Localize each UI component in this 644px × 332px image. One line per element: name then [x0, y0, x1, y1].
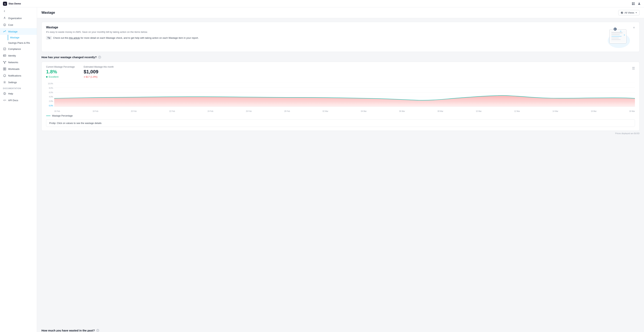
svg-point-24 [4, 82, 5, 83]
legend-line [46, 116, 50, 116]
svg-rect-22 [3, 69, 4, 70]
sidebar-item-label: Compliance [8, 48, 21, 50]
section-info-icon[interactable]: ⓘ [98, 56, 101, 59]
sidebar-item-label: Help [8, 92, 13, 95]
all-views-button[interactable]: All Views [618, 10, 640, 15]
y-label-3: 4.0% [46, 96, 54, 98]
bottom-section-info-icon[interactable]: ⓘ [96, 329, 99, 332]
svg-rect-20 [3, 68, 4, 69]
page-header: Wastage All Views [37, 8, 644, 18]
current-wastage-block: Current Wastage Percentage 1.8% Excellen… [46, 66, 75, 78]
svg-point-12 [4, 55, 4, 56]
topbar-icons [632, 2, 641, 6]
sidebar-item-wastage-sub[interactable]: Wastage [8, 35, 37, 40]
x-label-1: 18 Feb [92, 110, 98, 112]
x-label-9: 06 Mar [399, 110, 405, 112]
svg-text:S: S [4, 3, 6, 5]
sidebar-item-settings[interactable]: Settings [0, 79, 37, 86]
excellent-label: Excellent [49, 75, 58, 78]
svg-rect-21 [5, 68, 6, 69]
y-label-2: 6.0% [46, 92, 54, 94]
sidebar-item-compliance[interactable]: Compliance [0, 46, 37, 52]
protip-text: Protip: Click on values to see the wasta… [49, 122, 102, 124]
sidebar-sub-label: Savings Plans & RIs [8, 42, 30, 44]
org-icon [3, 17, 6, 20]
help-icon [3, 92, 6, 95]
x-label-13: 14 Mar [552, 110, 558, 112]
sidebar-toggle[interactable] [0, 8, 37, 15]
topbar: S Stax Demo [0, 0, 644, 8]
svg-line-17 [4, 62, 4, 62]
svg-point-39 [620, 31, 622, 32]
sidebar-item-label: Identity [8, 54, 16, 57]
legend-label: Wastage Percentage [52, 114, 73, 117]
api-icon [3, 99, 6, 102]
chevron-down-icon [635, 12, 637, 14]
x-label-10: 08 Mar [438, 110, 443, 112]
wastage-icon [3, 30, 6, 33]
sidebar-item-cost[interactable]: $ Cost [0, 22, 37, 28]
identity-icon [3, 54, 6, 57]
close-banner-button[interactable]: × [633, 26, 635, 30]
increase-badge: $17 (1.8%) [84, 75, 114, 78]
svg-rect-5 [634, 4, 634, 5]
x-label-4: 24 Feb [208, 110, 213, 112]
doc-section-label: DOCUMENTATION [0, 86, 37, 90]
settings-icon [3, 81, 6, 84]
views-icon [621, 12, 623, 14]
tip-text: Check out this this article for more det… [53, 36, 198, 40]
sidebar-item-identity[interactable]: Identity [0, 52, 37, 59]
bottom-section-title: How much you have wasted in the past? ⓘ [42, 329, 640, 332]
wastage-chart[interactable]: 10.0% 8.0% 6.0% 4.0% 2.0% 0.0% [46, 83, 635, 112]
x-label-15: 18 Mar [629, 110, 635, 112]
sidebar-item-wastage[interactable]: Wastage [0, 28, 37, 35]
chart-menu-icon[interactable]: ☰ [632, 66, 635, 70]
section-title-text: How has your wastage changed recently? [42, 56, 96, 59]
app-name: Stax Demo [8, 2, 630, 5]
stats-card: Current Wastage Percentage 1.8% Excellen… [42, 62, 640, 131]
svg-point-7 [4, 17, 5, 18]
sidebar-item-api-docs[interactable]: API Docs [0, 97, 37, 104]
sidebar-item-organization[interactable]: Organization [0, 15, 37, 22]
sidebar-sub-label: Wastage [10, 36, 20, 39]
user-icon[interactable] [637, 2, 641, 6]
svg-rect-37 [614, 28, 615, 30]
svg-rect-34 [612, 38, 619, 38]
chart-x-labels: 16 Feb 18 Feb 20 Feb 22 Feb 24 Feb 26 Fe… [54, 107, 635, 112]
y-label-5: 0.0% [46, 105, 54, 107]
y-label-4: 2.0% [46, 100, 54, 102]
x-label-8: 04 Mar [361, 110, 366, 112]
app-body: Organization $ Cost Wastage [0, 8, 644, 332]
grid-icon[interactable] [632, 2, 635, 6]
bottom-title-text: How much you have wasted in the past? [42, 329, 95, 332]
sidebar-item-savings-plans[interactable]: Savings Plans & RIs [8, 40, 37, 46]
x-label-3: 22 Feb [169, 110, 175, 112]
estimated-wastage-block: Estimated Wastage this month $1,009 $17 … [84, 66, 114, 78]
tip-article-link[interactable]: this article [69, 37, 80, 39]
current-wastage-label: Current Wastage Percentage [46, 66, 75, 68]
svg-line-18 [5, 62, 6, 62]
workloads-icon [3, 67, 6, 71]
sidebar-item-notifications[interactable]: Notifications [0, 72, 37, 79]
sidebar-item-help[interactable]: Help [0, 90, 37, 97]
estimated-wastage-value: $1,009 [84, 69, 114, 75]
chart-y-labels: 10.0% 8.0% 6.0% 4.0% 2.0% 0.0% [46, 83, 54, 107]
sidebar-item-workloads[interactable]: Workloads [0, 66, 37, 72]
chart-legend: Wastage Percentage [46, 114, 635, 117]
excellent-dot [46, 76, 48, 78]
bottom-section: How much you have wasted in the past? ⓘ [37, 326, 644, 332]
sidebar-item-label: Wastage [8, 30, 18, 33]
prices-note: Prices displayed are $USD [42, 131, 640, 135]
x-label-6: 28 Feb [284, 110, 290, 112]
info-banner-description: It's easy to waste money in AWS. Save on… [46, 30, 597, 34]
all-views-label: All Views [624, 11, 634, 14]
tip-text-after: for more detail on each Wastage check, a… [80, 37, 198, 39]
svg-text:$: $ [4, 24, 5, 26]
x-label-12: 12 Mar [514, 110, 520, 112]
sidebar-item-networks[interactable]: Networks [0, 59, 37, 66]
banner-illustration [600, 26, 630, 48]
wastage-section-title: How has your wastage changed recently? ⓘ [42, 56, 640, 59]
info-banner-title: Wastage [46, 26, 597, 29]
svg-rect-4 [632, 4, 633, 5]
excellent-badge: Excellent [46, 75, 75, 78]
